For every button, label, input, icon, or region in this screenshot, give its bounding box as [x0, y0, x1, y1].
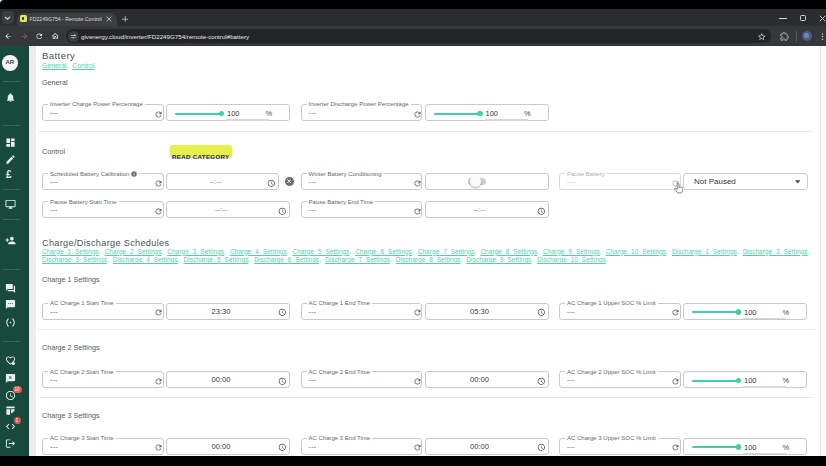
svg-text:a: a	[8, 374, 11, 380]
